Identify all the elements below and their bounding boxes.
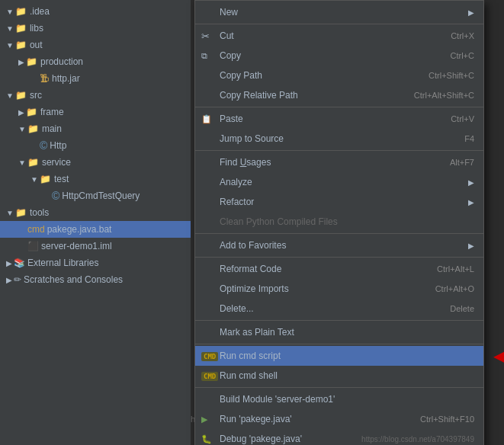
tree-item-label: libs xyxy=(30,23,43,34)
menu-item-mark-plain[interactable]: Mark as Plain Text xyxy=(195,322,483,342)
tree-item-label: service xyxy=(42,157,71,168)
tree-item-scratches[interactable]: ▶ ✏ Scratches and Consoles xyxy=(0,271,191,288)
submenu-arrow: ▶ xyxy=(468,8,474,17)
tree-item-label: HttpCmdTestQuery xyxy=(62,190,140,201)
menu-item-copy[interactable]: ⧉ Copy Ctrl+C xyxy=(195,46,483,66)
extlib-icon: 📚 xyxy=(14,258,25,268)
menu-item-paste[interactable]: 📋 Paste Ctrl+V xyxy=(195,109,483,129)
menu-item-clean-python: Clean Python Compiled Files xyxy=(195,212,483,232)
menu-item-run-cmd-shell[interactable]: CMD Run cmd shell xyxy=(195,366,483,386)
tree-item-label: out xyxy=(30,40,43,50)
tree-item-serverdemo[interactable]: ⬛ server-demo1.iml xyxy=(0,238,191,255)
menu-item-run-cmd-script[interactable]: CMD Run cmd script ◀ xyxy=(195,346,483,366)
expand-arrow: ▼ xyxy=(6,24,14,33)
folder-icon: 📁 xyxy=(15,40,27,50)
tree-item-label: tools xyxy=(30,207,49,218)
folder-icon: 📁 xyxy=(26,107,37,117)
separator xyxy=(195,150,483,151)
tree-item-service[interactable]: ▼ 📁 service xyxy=(0,154,191,171)
tree-item-label: server-demo1.iml xyxy=(41,241,112,251)
tree-item-label: frame xyxy=(40,107,64,117)
tree-item-http-jar[interactable]: 🗜 http.jar xyxy=(0,70,191,87)
folder-icon: 📁 xyxy=(40,174,51,184)
watermark-url: https://blog.csdn.net/a704397849 xyxy=(361,435,474,443)
tree-item-label: src xyxy=(30,90,42,101)
submenu-arrow: ▶ xyxy=(468,242,474,250)
tree-item-extlibs[interactable]: ▶ 📚 External Libraries xyxy=(0,255,191,271)
folder-icon: 📁 xyxy=(15,90,27,101)
tree-item-label: External Libraries xyxy=(27,258,98,268)
tree-item-libs[interactable]: ▼ 📁 libs xyxy=(0,20,191,37)
jar-icon: 🗜 xyxy=(40,73,49,84)
tree-item-test[interactable]: ▼ 📁 test xyxy=(0,171,191,187)
cut-icon: ✂ xyxy=(201,30,217,42)
menu-item-run[interactable]: ▶ Run 'pakege.java' Ctrl+Shift+F10 xyxy=(195,409,483,429)
tree-item-main[interactable]: ▼ 📁 main xyxy=(0,120,191,137)
separator xyxy=(195,257,483,258)
separator xyxy=(195,320,483,321)
run-icon: ▶ xyxy=(201,415,217,424)
java-class-icon: © xyxy=(52,190,59,202)
menu-item-analyze[interactable]: Analyze ▶ xyxy=(195,172,483,192)
tree-item-http[interactable]: © Http xyxy=(0,137,191,154)
menu-item-cut[interactable]: ✂ Cut Ctrl+X xyxy=(195,26,483,46)
menu-item-build-module[interactable]: Build Module 'server-demo1' xyxy=(195,389,483,409)
scratch-icon: ✏ xyxy=(14,274,21,285)
folder-icon: 📁 xyxy=(15,23,27,34)
cmd-script-icon: CMD xyxy=(201,351,217,360)
folder-icon: 📁 xyxy=(15,6,27,17)
menu-item-copy-path[interactable]: Copy Path Ctrl+Shift+C xyxy=(195,66,483,85)
folder-icon: 📁 xyxy=(27,123,39,134)
folder-icon: 📁 xyxy=(15,207,27,218)
expand-arrow: ▼ xyxy=(6,209,14,217)
copy-icon: ⧉ xyxy=(201,51,217,61)
tree-item-idea[interactable]: ▼ 📁 .idea xyxy=(0,3,191,20)
menu-item-copy-relative-path[interactable]: Copy Relative Path Ctrl+Alt+Shift+C xyxy=(195,85,483,105)
menu-item-new[interactable]: New ▶ xyxy=(195,2,483,22)
tree-item-label: main xyxy=(42,123,62,134)
submenu-arrow: ▶ xyxy=(468,198,474,206)
tree-item-tools[interactable]: ▼ 📁 tools xyxy=(0,204,191,221)
file-tree: ▼ 📁 .idea ▼ 📁 libs ▼ 📁 out ▶ 📁 productio… xyxy=(0,0,191,445)
expand-arrow: ▶ xyxy=(6,276,12,284)
menu-item-add-favorites[interactable]: Add to Favorites ▶ xyxy=(195,235,483,255)
tree-item-src[interactable]: ▼ 📁 src xyxy=(0,87,191,104)
tree-item-production[interactable]: ▶ 📁 production xyxy=(0,53,191,70)
menu-item-optimize-imports[interactable]: Optimize Imports Ctrl+Alt+O xyxy=(195,279,483,299)
cmd-shell-icon: CMD xyxy=(201,371,217,380)
paste-icon: 📋 xyxy=(201,114,217,124)
folder-icon: 📁 xyxy=(26,56,37,67)
expand-arrow: ▶ xyxy=(18,108,24,117)
menu-item-delete[interactable]: Delete... Delete xyxy=(195,299,483,319)
tree-item-pakege[interactable]: cmd pakege.java.bat xyxy=(0,221,191,238)
separator xyxy=(195,24,483,24)
tree-item-httptest[interactable]: © HttpCmdTestQuery xyxy=(0,187,191,204)
menu-item-jump-to-source[interactable]: Jump to Source F4 xyxy=(195,129,483,149)
tree-item-out[interactable]: ▼ 📁 out xyxy=(0,37,191,53)
debug-icon: 🐛 xyxy=(201,434,217,444)
java-class-icon: © xyxy=(40,139,47,152)
menu-item-find-usages[interactable]: Find Usages Alt+F7 xyxy=(195,152,483,172)
tree-item-label: test xyxy=(54,174,69,184)
separator xyxy=(195,387,483,388)
folder-icon: 📁 xyxy=(27,157,39,168)
expand-arrow: ▼ xyxy=(18,158,26,167)
separator xyxy=(195,107,483,107)
context-menu: New ▶ ✂ Cut Ctrl+X ⧉ Copy Ctrl+C Copy Pa… xyxy=(194,0,484,445)
expand-arrow: ▶ xyxy=(18,58,24,66)
tree-item-frame[interactable]: ▶ 📁 frame xyxy=(0,104,191,120)
bat-icon: cmd xyxy=(27,224,45,235)
separator xyxy=(195,344,483,344)
expand-arrow: ▼ xyxy=(6,8,14,16)
expand-arrow: ▼ xyxy=(6,41,14,50)
menu-item-refactor[interactable]: Refactor ▶ xyxy=(195,192,483,212)
expand-arrow: ▼ xyxy=(18,125,26,133)
separator xyxy=(195,233,483,234)
tree-item-label: http.jar xyxy=(52,73,80,84)
expand-arrow: ▼ xyxy=(6,91,14,100)
menu-item-reformat[interactable]: Reformat Code Ctrl+Alt+L xyxy=(195,259,483,279)
expand-arrow: ▼ xyxy=(30,175,38,184)
tree-item-label: Http xyxy=(50,140,66,151)
tree-item-label: .idea xyxy=(30,6,50,17)
menu-item-debug[interactable]: 🐛 Debug 'pakege.java' https://blog.csdn.… xyxy=(195,429,483,445)
